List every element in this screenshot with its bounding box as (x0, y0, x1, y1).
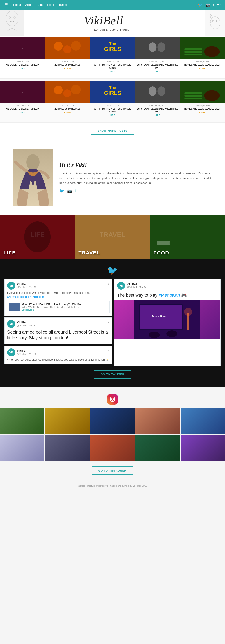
instagram-cell-0[interactable] (0, 408, 44, 434)
svg-text:MarioKart: MarioKart (152, 314, 166, 318)
blog-card-blog-grid-1-1[interactable]: March 20, 2016 ZERO EGGS PANCAKES FOOD (45, 37, 90, 74)
blog-card-date-0: March 26, 2016 (2, 61, 43, 63)
tweet-avatar-1: VB (7, 282, 15, 290)
tweet-card-link-1[interactable]: What Would I Do If I Won The Lottery? | … (7, 300, 110, 313)
facebook-nav-icon[interactable]: f (213, 3, 214, 6)
tweet-featured-image: MarioKart (114, 300, 220, 339)
blog-card-img-0: LIFE (0, 81, 45, 103)
nav-posts[interactable]: Posts (13, 3, 21, 6)
tweets-grid: ∨ VB Viki Bell @Vikibell · Mar 23 Everyo… (0, 279, 225, 366)
nav-life[interactable]: Life (38, 3, 43, 6)
blog-card-title-0: MY GUIDE TO SECRET CINEMA (2, 108, 43, 110)
svg-point-60 (112, 398, 114, 400)
instagram-grid (0, 408, 225, 462)
blog-card-title-4: HONEY AND JACK DANIELS BEEF (182, 64, 223, 66)
blog-card-title-3: WHY I DONT CELEBRATE VALENTINES DAY (137, 64, 178, 69)
nav-travel[interactable]: Travel (58, 3, 67, 6)
nav-about[interactable]: About (25, 3, 34, 6)
category-card-travel[interactable]: TRAVEL TRAVEL (75, 215, 150, 259)
svg-line-3 (12, 28, 16, 30)
instagram-cell-9[interactable] (180, 435, 225, 462)
tweet-avatar-3: VB (7, 348, 15, 356)
blog-card-blog-grid-2-2[interactable]: TheGIRLS March 10, 2016 A TRIP TO THE WE… (90, 81, 135, 118)
about-facebook-icon[interactable]: f (75, 188, 76, 193)
blog-card-date-1: March 20, 2016 (47, 61, 88, 63)
instagram-cell-1[interactable] (45, 408, 90, 434)
category-card-life[interactable]: LIFE LIFE (0, 215, 75, 259)
blog-card-blog-grid-1-2[interactable]: TheGIRLS March 10, 2016 A TRIP TO THE WE… (90, 37, 135, 74)
go-instagram-button[interactable]: GO TO INSTAGRAM (92, 466, 133, 475)
go-twitter-button[interactable]: GO TO TWITTER (94, 370, 131, 378)
tweet-text-2: Seeing armed police all around Liverpool… (7, 329, 110, 340)
blog-card-blog-grid-2-1[interactable]: March 20, 2016 ZERO EGGS PANCAKES FOOD (45, 81, 90, 118)
blog-card-img-4 (180, 37, 225, 59)
svg-rect-50 (157, 244, 170, 245)
tweet-2[interactable]: ∨ VB Viki Bell @Vikibell · Mar 22 Seeing… (4, 318, 112, 344)
tweet-author-block-3: Viki Bell @Vikibell · Mar 25 (17, 350, 36, 355)
blog-card-img-1 (45, 81, 90, 103)
svg-point-36 (158, 86, 166, 96)
blog-card-img-2: TheGIRLS (90, 37, 135, 59)
cat-label-food: FOOD (154, 250, 170, 256)
twitter-section: 🐦 ∨ VB Viki Bell @Vikibell · Mar 23 Ever… (0, 259, 225, 387)
about-social-links: 🐦 📷 f (59, 188, 212, 193)
instagram-nav-icon[interactable]: 📷 (206, 3, 210, 7)
blog-card-tag-1: FOOD (47, 67, 88, 70)
tweet-chevron-2: ∨ (108, 320, 110, 324)
tweet-featured[interactable]: VB Viki Bell @Vikibell · Mar 24 The best… (114, 279, 220, 366)
blog-card-body-4: February 9, 2016 HONEY AND JACK DANIELS … (180, 103, 225, 115)
blog-card-blog-grid-2-4[interactable]: February 9, 2016 HONEY AND JACK DANIELS … (180, 81, 225, 118)
blog-card-title-2: A TRIP TO THE WEST END TO SEE GIRLS (92, 108, 133, 113)
instagram-cell-5[interactable] (0, 435, 44, 462)
blog-card-img-4 (180, 81, 225, 103)
blog-card-date-2: March 10, 2016 (92, 104, 133, 107)
instagram-cell-6[interactable] (45, 435, 90, 462)
about-image (13, 149, 53, 206)
hero-header: VikiBell____ London Lifestyle Blogger (0, 10, 225, 35)
cat-label-travel: TRAVEL (78, 250, 100, 256)
show-more-button[interactable]: SHOW MORE POSTS (91, 126, 134, 135)
svg-point-19 (158, 42, 166, 52)
blog-card-body-0: March 26, 2016 MY GUIDE TO SECRET CINEMA… (0, 59, 45, 71)
blog-card-blog-grid-1-3[interactable]: February 28, 2016 WHY I DONT CELEBRATE V… (135, 37, 180, 74)
category-card-food[interactable]: FOOD (150, 215, 225, 259)
blog-logo: VikiBell____ (84, 14, 141, 27)
twitter-nav-icon[interactable]: 🐦 (198, 3, 202, 7)
about-instagram-icon[interactable]: 📷 (67, 188, 72, 193)
tweet-featured-avatar: VB (117, 282, 125, 290)
hamburger-icon[interactable]: ☰ (4, 2, 8, 7)
category-section: LIFE LIFE TRAVEL TRAVEL FOOD (0, 215, 225, 259)
instagram-cell-2[interactable] (90, 408, 135, 434)
blog-card-blog-grid-1-0[interactable]: LIFE March 26, 2016 MY GUIDE TO SECRET C… (0, 37, 45, 74)
instagram-cell-7[interactable] (90, 435, 135, 462)
svg-text:LIFE: LIFE (20, 91, 25, 94)
blog-card-title-1: ZERO EGGS PANCAKES (47, 108, 88, 110)
tweet-text-3: When you feel guilty after too much Domi… (7, 358, 110, 362)
instagram-cell-4[interactable] (180, 408, 225, 434)
blog-card-blog-grid-2-3[interactable]: February 28, 2016 WHY I DONT CELEBRATE V… (135, 81, 180, 118)
instagram-cell-8[interactable] (135, 435, 180, 462)
blog-card-blog-grid-1-4[interactable]: February 9, 2016 HONEY AND JACK DANIELS … (180, 37, 225, 74)
tweet-featured-author-block: Viki Bell @Vikibell · Mar 24 (127, 283, 146, 288)
tweet-3[interactable]: ∨ VB Viki Bell @Vikibell · Mar 25 When y… (4, 346, 112, 364)
hero-center: VikiBell____ London Lifestyle Blogger (84, 14, 141, 31)
svg-point-18 (149, 42, 157, 52)
svg-rect-17 (135, 37, 180, 59)
blog-card-body-3: February 28, 2016 WHY I DONT CELEBRATE V… (135, 103, 180, 118)
blog-card-title-4: HONEY AND JACK DANIELS BEEF (182, 108, 223, 110)
svg-line-2 (8, 28, 12, 30)
tweet-1[interactable]: ∨ VB Viki Bell @Vikibell · Mar 23 Everyo… (4, 279, 112, 316)
svg-point-28 (54, 86, 62, 94)
instagram-cell-3[interactable] (135, 408, 180, 434)
footer-text: fashion, lifestyle and lifestyle images … (78, 484, 148, 487)
nav-food[interactable]: Food (47, 3, 54, 6)
about-twitter-icon[interactable]: 🐦 (59, 188, 64, 193)
svg-rect-34 (135, 81, 180, 103)
more-nav-icon[interactable]: ••• (217, 3, 220, 7)
blog-card-body-4: February 9, 2016 HONEY AND JACK DANIELS … (180, 59, 225, 71)
svg-point-57 (149, 332, 160, 338)
blog-card-blog-grid-2-0[interactable]: LIFE March 26, 2015 MY GUIDE TO SECRET C… (0, 81, 45, 118)
nav-social: 🐦 📷 f ••• (198, 3, 220, 7)
blog-card-title-0: MY GUIDE TO SECRET CINEMA (2, 64, 43, 66)
tweet-handle-1: @Vikibell · Mar 23 (17, 286, 36, 288)
